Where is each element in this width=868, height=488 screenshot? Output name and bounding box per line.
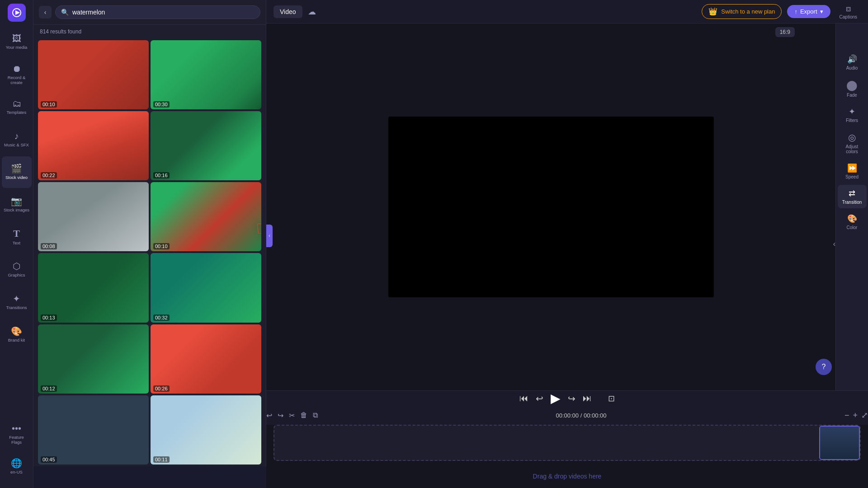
undo-button[interactable]: ↩: [266, 411, 272, 420]
skip-to-end-button[interactable]: ⏭: [583, 393, 592, 404]
timeline-track: [274, 425, 861, 461]
right-tool-fade[interactable]: ⬤ Fade: [838, 76, 867, 101]
zoom-in-button[interactable]: +: [853, 411, 858, 420]
aspect-ratio-badge[interactable]: 16:9: [775, 27, 795, 37]
sidebar-label-stock-images: Stock images: [4, 207, 29, 212]
panel-grid: 00:10 00:30 00:22 00:16 00:08 00:10 ☞: [33, 38, 266, 466]
filters-label: Filters: [846, 118, 858, 123]
back-button[interactable]: ‹: [39, 6, 52, 19]
fit-view-button[interactable]: ⊡: [608, 394, 615, 404]
color-label: Color: [847, 225, 858, 230]
search-input[interactable]: [72, 9, 255, 16]
time-separator: /: [580, 412, 584, 419]
results-count: 814 results found: [33, 25, 266, 38]
video-thumb-12[interactable]: 00:11: [151, 395, 261, 465]
play-button[interactable]: ▶: [551, 391, 561, 406]
top-bar-right: 👑 Switch to a new plan ↑ Export ▾ ⧈ Capt…: [702, 2, 861, 21]
time-total: 00:00:00: [584, 412, 607, 419]
zoom-out-button[interactable]: −: [844, 411, 849, 420]
video-thumb-7[interactable]: 00:13: [38, 253, 149, 322]
sidebar-label-templates: Templates: [7, 110, 26, 115]
right-sidebar: 🔊 Audio ⬤ Fade ✦ Filters ◎ Adjustcolors …: [835, 23, 868, 390]
video-thumb-9[interactable]: 00:12: [38, 324, 149, 394]
expand-timeline-button[interactable]: ⤢: [861, 410, 868, 420]
sidebar-item-record-create[interactable]: ⏺ Record &create: [2, 59, 32, 90]
video-thumb-2[interactable]: 00:30: [151, 40, 261, 109]
tab-video[interactable]: Video: [274, 5, 302, 18]
right-tool-adjust[interactable]: ◎ Adjustcolors: [838, 128, 867, 158]
delete-button[interactable]: 🗑: [300, 411, 307, 419]
sidebar-collapse-arrow[interactable]: ‹: [833, 240, 835, 248]
help-button[interactable]: ?: [816, 359, 832, 375]
record-icon: ⏺: [12, 64, 21, 73]
timeline-clip[interactable]: [819, 426, 860, 460]
captions-button[interactable]: ⧈ Captions: [836, 2, 861, 21]
duration-3: 00:22: [41, 172, 57, 178]
transition-label: Transition: [842, 200, 862, 205]
canvas-area: 16:9: [266, 23, 835, 390]
duplicate-button[interactable]: ⧉: [313, 411, 318, 419]
language-icon: 🌐: [11, 459, 22, 468]
sidebar-item-stock-images[interactable]: 📷 Stock images: [2, 189, 32, 221]
right-tool-filters[interactable]: ✦ Filters: [838, 103, 867, 127]
playback-bar: ⏮ ↩ ▶ ↪ ⏭ ⊡: [266, 391, 868, 406]
skip-to-start-button[interactable]: ⏮: [519, 393, 528, 404]
sidebar-item-brand-kit[interactable]: 🎨 Brand kit: [2, 319, 32, 351]
export-button[interactable]: ↑ Export ▾: [787, 5, 830, 18]
sidebar-label-language: en-US: [10, 469, 23, 474]
sidebar-item-graphics[interactable]: ⬡ Graphics: [2, 254, 32, 286]
zoom-controls: − + ⤢: [844, 410, 868, 420]
main-area: Video ☁ 👑 Switch to a new plan ↑ Export …: [266, 0, 868, 488]
video-thumb-6[interactable]: 00:10 ☞: [151, 182, 261, 251]
right-tool-audio[interactable]: 🔊 Audio: [838, 51, 867, 74]
stock-images-icon: 📷: [11, 197, 22, 206]
time-current: 00:00:00: [556, 412, 579, 419]
right-tool-color[interactable]: 🎨 Color: [838, 210, 867, 234]
sidebar-label-transitions: Transitions: [6, 305, 27, 310]
video-thumb-5[interactable]: 00:08: [38, 182, 149, 251]
duration-6: 00:10: [153, 243, 170, 249]
top-bar: Video ☁ 👑 Switch to a new plan ↑ Export …: [266, 0, 868, 23]
fast-forward-button[interactable]: ↪: [568, 393, 576, 404]
captions-icon: ⧈: [846, 4, 851, 14]
top-bar-left: Video ☁: [274, 5, 316, 18]
fade-label: Fade: [847, 93, 857, 98]
sidebar-item-feature-flags[interactable]: ••• Feature Flags: [2, 418, 32, 450]
video-thumb-1[interactable]: 00:10: [38, 40, 149, 109]
transitions-icon: ✦: [13, 294, 20, 303]
panel-collapse-handle[interactable]: ‹: [266, 225, 273, 247]
video-thumb-10[interactable]: 00:26: [151, 324, 261, 394]
sidebar-item-templates[interactable]: 🗂 Templates: [2, 91, 32, 123]
media-panel: ‹ 🔍 814 results found 00:10 00:30 00:22 …: [33, 0, 266, 466]
sidebar-item-your-media[interactable]: 🖼 Your media: [2, 26, 32, 58]
sidebar-label-stock-video: Stock video: [5, 175, 28, 180]
cloud-icon: ☁: [308, 7, 316, 17]
duration-5: 00:08: [41, 243, 57, 249]
duration-10: 00:26: [153, 385, 170, 392]
video-thumb-11[interactable]: 00:45: [38, 395, 149, 465]
sidebar-item-stock-video[interactable]: 🎬 Stock video: [2, 156, 32, 188]
cut-button[interactable]: ✂: [289, 411, 295, 420]
video-thumb-3[interactable]: 00:22: [38, 111, 149, 180]
sidebar-bottom: ••• Feature Flags 🌐 en-US: [2, 418, 32, 488]
right-tool-speed[interactable]: ⏩ Speed: [838, 160, 867, 183]
sidebar-item-language[interactable]: 🌐 en-US: [2, 451, 32, 483]
svg-marker-1: [15, 10, 20, 15]
sidebar-label-graphics: Graphics: [8, 272, 25, 277]
rewind-button[interactable]: ↩: [536, 393, 543, 404]
export-label: Export: [800, 8, 817, 15]
sidebar-item-transitions[interactable]: ✦ Transitions: [2, 286, 32, 318]
panel-wrapper: ‹ 🔍 814 results found 00:10 00:30 00:22 …: [33, 0, 266, 488]
sidebar-label-record: Record &create: [8, 75, 26, 85]
adjust-icon: ◎: [848, 132, 856, 143]
sidebar-item-music[interactable]: ♪ Music & SFX: [2, 124, 32, 155]
export-chevron-icon: ▾: [820, 8, 823, 15]
switch-plan-button[interactable]: 👑 Switch to a new plan: [702, 4, 782, 19]
video-thumb-8[interactable]: 00:32: [151, 253, 261, 322]
sidebar-label-brand: Brand kit: [8, 338, 25, 343]
video-thumb-4[interactable]: 00:16: [151, 111, 261, 180]
graphics-icon: ⬡: [13, 262, 20, 271]
redo-button[interactable]: ↪: [278, 411, 283, 420]
sidebar-item-text[interactable]: T Text: [2, 221, 32, 253]
right-tool-transition[interactable]: ⇄ Transition: [838, 185, 867, 208]
